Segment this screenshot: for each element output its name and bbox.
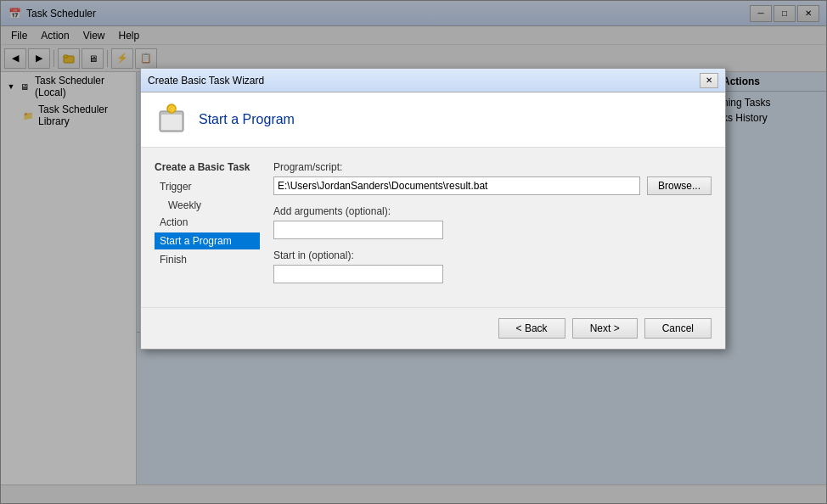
dialog-title-bar: Create Basic Task Wizard ✕ — [141, 69, 725, 92]
add-args-label: Add arguments (optional): — [273, 205, 712, 217]
dialog-overlay: Create Basic Task Wizard ✕ ⚡ — [0, 0, 827, 504]
dialog-navigation: Create a Basic Task Trigger Weekly Actio… — [155, 161, 273, 294]
add-args-group: Add arguments (optional): — [273, 205, 712, 239]
program-script-label: Program/script: — [273, 161, 712, 173]
start-in-group: Start in (optional): — [273, 249, 712, 283]
create-basic-task-dialog: Create Basic Task Wizard ✕ ⚡ — [140, 68, 726, 350]
back-button[interactable]: < Back — [498, 318, 565, 339]
nav-section-title: Create a Basic Task — [155, 161, 260, 173]
dialog-footer: < Back Next > Cancel — [141, 307, 725, 349]
next-button[interactable]: Next > — [572, 318, 638, 339]
dialog-header-title: Start a Program — [199, 112, 295, 127]
start-in-label: Start in (optional): — [273, 249, 712, 261]
svg-text:⚡: ⚡ — [169, 105, 177, 114]
dialog-header: ⚡ Start a Program — [141, 92, 725, 148]
add-args-input[interactable] — [273, 221, 443, 239]
cancel-button[interactable]: Cancel — [644, 318, 712, 339]
start-in-input[interactable] — [273, 265, 443, 283]
start-in-row — [273, 265, 712, 283]
program-script-input[interactable] — [273, 176, 640, 195]
dialog-form: Program/script: Browse... Add arguments … — [273, 161, 712, 294]
main-window: 📅 Task Scheduler ─ □ ✕ File Action View … — [0, 0, 827, 504]
nav-start-program[interactable]: Start a Program — [155, 232, 260, 249]
program-script-group: Program/script: Browse... — [273, 161, 712, 195]
nav-weekly[interactable]: Weekly — [155, 197, 260, 214]
nav-finish[interactable]: Finish — [155, 251, 260, 268]
dialog-content: Create a Basic Task Trigger Weekly Actio… — [141, 148, 725, 307]
dialog-header-icon: ⚡ — [155, 103, 188, 137]
nav-trigger[interactable]: Trigger — [155, 178, 260, 195]
browse-button[interactable]: Browse... — [647, 176, 712, 195]
svg-rect-3 — [161, 115, 182, 130]
dialog-close-button[interactable]: ✕ — [700, 73, 718, 88]
nav-action[interactable]: Action — [155, 214, 260, 231]
dialog-title-text: Create Basic Task Wizard — [148, 75, 700, 87]
dialog-body: ⚡ Start a Program Create a Basic Task Tr… — [141, 92, 725, 349]
add-args-row — [273, 221, 712, 239]
program-script-row: Browse... — [273, 176, 712, 195]
